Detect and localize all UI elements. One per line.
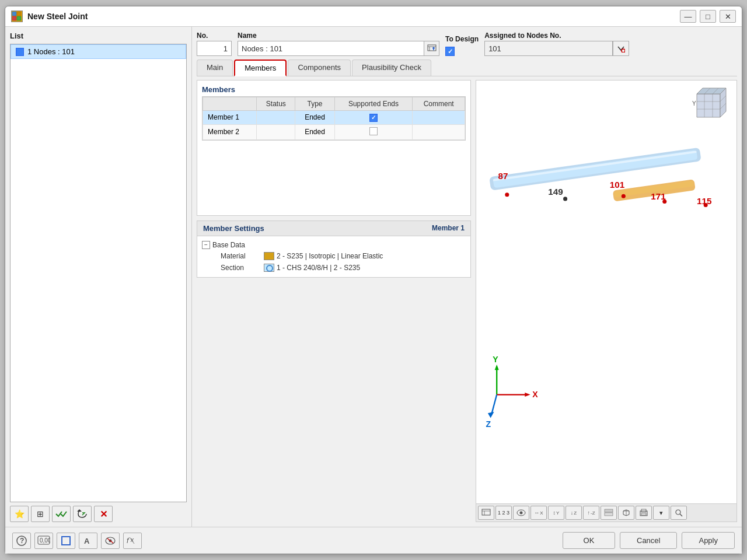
member-supported-cell[interactable] [334, 124, 413, 139]
settings-section: Member Settings Member 1 − Base Data Mat… [197, 220, 471, 278]
list-item[interactable]: 1 Nodes : 101 [11, 44, 186, 59]
member-name-cell: Member 2 [203, 124, 257, 139]
svg-rect-67 [62, 537, 70, 545]
svg-rect-48 [482, 509, 490, 515]
tab-plausibility[interactable]: Plausibility Check [352, 60, 431, 76]
svg-point-36 [622, 194, 626, 198]
view-3d-canvas: Y [476, 80, 736, 503]
list-label: List [10, 32, 187, 40]
members-section: Members Status Type Supported Ends [197, 80, 471, 522]
view-btn-print[interactable] [636, 506, 652, 520]
ok-button[interactable]: OK [563, 532, 615, 549]
view-btn-yplus[interactable]: ↕Y [548, 506, 564, 520]
view-btn-layers[interactable] [601, 506, 617, 520]
tab-main[interactable]: Main [197, 60, 233, 76]
no-input[interactable] [197, 41, 232, 56]
member-supported-cell[interactable]: ✓ [334, 111, 413, 125]
square-button[interactable] [57, 533, 75, 549]
settings-tree: − Base Data Material 2 - S235 | Isotropi… [197, 236, 470, 277]
toolbar-copy-button[interactable]: ⊞ [31, 506, 50, 522]
assigned-nodes-field-group: Assigned to Nodes No. [484, 32, 629, 56]
members-section-header: Members [202, 85, 466, 94]
section-color-swatch [264, 264, 274, 272]
settings-member-label: Member 1 [432, 224, 465, 232]
minimize-button[interactable]: — [680, 10, 696, 23]
svg-text:x: x [130, 537, 134, 543]
name-input[interactable] [238, 41, 424, 56]
assigned-nodes-select-button[interactable] [613, 41, 629, 56]
tab-components[interactable]: Components [288, 60, 351, 76]
font-button[interactable]: A [79, 533, 97, 549]
svg-text:149: 149 [548, 187, 563, 197]
supported-ends-checkbox-1[interactable]: ✓ [369, 114, 378, 122]
title-controls: — □ ✕ [680, 10, 736, 23]
svg-line-9 [624, 52, 625, 52]
settings-header: Member Settings Member 1 [197, 221, 470, 236]
view-3d-svg: 87 149 101 171 115 [476, 80, 736, 503]
action-bar: ? 0,00 A [5, 527, 742, 554]
view-btn-eye[interactable] [513, 506, 529, 520]
svg-rect-53 [605, 509, 613, 512]
settings-title: Member Settings [203, 224, 264, 233]
svg-text:101: 101 [610, 180, 625, 190]
assigned-nodes-input[interactable] [484, 41, 613, 56]
title-bar-left: New Steel Joint [11, 10, 88, 22]
tab-members[interactable]: Members [234, 60, 287, 76]
content-area: Members Status Type Supported Ends [197, 80, 737, 522]
svg-point-37 [662, 200, 666, 204]
supported-ends-checkbox-2[interactable] [369, 127, 378, 135]
fx-button[interactable]: f x [123, 533, 142, 549]
tree-node-base-data: − Base Data [202, 240, 466, 250]
right-panel: No. Name [192, 27, 742, 527]
members-empty-area [202, 141, 466, 211]
tree-child-section: Section 1 - CHS 240/8/H | 2 - S235 [221, 262, 466, 274]
tree-collapse-button[interactable]: − [202, 241, 210, 249]
name-edit-button[interactable] [424, 41, 439, 56]
toolbar-star-button[interactable]: ⭐ [10, 506, 29, 522]
toolbar-undo-button[interactable] [73, 506, 92, 522]
view-btn-zdown[interactable]: ↓Z [566, 506, 582, 520]
zero-button[interactable]: 0,00 [34, 533, 53, 549]
members-table-container: Status Type Supported Ends Comment Membe… [202, 96, 466, 141]
to-design-checkbox[interactable] [445, 47, 455, 56]
svg-rect-60 [641, 513, 646, 515]
view-btn-cube[interactable] [618, 506, 634, 520]
svg-point-38 [704, 203, 708, 207]
toolbar-check-button[interactable] [52, 506, 71, 522]
view-btn-search[interactable] [671, 506, 687, 520]
svg-text:87: 87 [498, 171, 508, 181]
maximize-button[interactable]: □ [700, 10, 716, 23]
cancel-button[interactable]: Cancel [620, 532, 677, 549]
list-bottom-toolbar: ⭐ ⊞ ✕ [10, 506, 187, 522]
view-3d: Y [476, 80, 737, 522]
svg-point-34 [505, 192, 509, 197]
view-btn-1[interactable] [478, 506, 494, 520]
member-comment-cell [413, 124, 465, 139]
toolbar-delete-button[interactable]: ✕ [94, 506, 113, 522]
svg-rect-54 [605, 513, 613, 516]
eye-button[interactable] [101, 533, 120, 549]
main-window: New Steel Joint — □ ✕ List 1 Nodes : 101… [5, 6, 742, 554]
svg-marker-4 [77, 509, 82, 512]
section-value: 1 - CHS 240/8/H | 2 - S235 [277, 264, 360, 272]
section-label: Section [221, 264, 261, 272]
cube-3d-icon: Y [685, 85, 732, 131]
table-row[interactable]: Member 2 Ended [203, 124, 465, 139]
table-row[interactable]: Member 1 Ended ✓ [203, 111, 465, 125]
svg-line-62 [680, 514, 682, 516]
view-btn-xplus[interactable]: ↔X [530, 506, 547, 520]
members-table-header-comment: Comment [413, 97, 465, 111]
tree-child-material: Material 2 - S235 | Isotropic | Linear E… [221, 250, 466, 262]
svg-point-35 [563, 197, 567, 201]
left-panel: List 1 Nodes : 101 ⭐ ⊞ [5, 27, 192, 527]
view-btn-zminus[interactable]: ↑-Z [583, 506, 599, 520]
member-comment-cell [413, 111, 465, 125]
material-value: 2 - S235 | Isotropic | Linear Elastic [277, 252, 383, 260]
name-input-group [238, 41, 439, 56]
apply-button[interactable]: Apply [682, 532, 735, 549]
close-button[interactable]: ✕ [720, 10, 736, 23]
action-bar-left: ? 0,00 A [12, 533, 142, 549]
view-btn-dropdown[interactable]: ▾ [653, 506, 669, 520]
view-btn-numbers[interactable]: 1 2 3 [495, 506, 512, 520]
help-button[interactable]: ? [12, 533, 31, 549]
